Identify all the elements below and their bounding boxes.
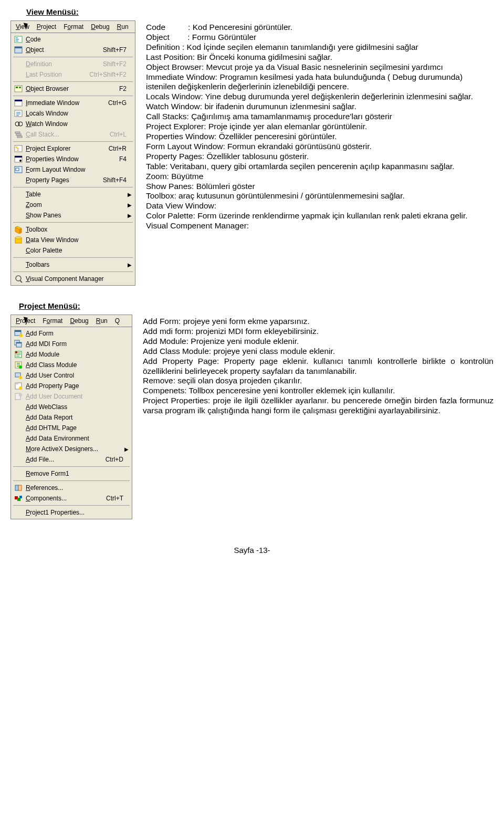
- menubar-run[interactable]: Run: [92, 316, 111, 326]
- view-item-last-position: Last PositionCtrl+Shift+F2: [12, 69, 134, 80]
- toolbox-icon: [13, 225, 24, 234]
- project-item-add-file[interactable]: Add File...Ctrl+D: [12, 454, 131, 465]
- view-menu: View Project Format Debug Run CodeObject…: [10, 20, 135, 286]
- menu-item-label: Add Form: [26, 330, 118, 337]
- blank-icon: [13, 423, 24, 433]
- menu-item-shortcut: Ctrl+R: [109, 145, 127, 152]
- menubar-debug[interactable]: Debug: [66, 316, 92, 326]
- project-item-remove-form1[interactable]: Remove Form1: [12, 468, 131, 479]
- blank-icon: [13, 190, 24, 199]
- project-item-add-user-control[interactable]: Add User Control: [12, 370, 131, 381]
- blank-icon: [13, 175, 24, 185]
- menu-item-label: Toolbars: [26, 261, 121, 268]
- blank-icon: [13, 70, 24, 79]
- menubar-format[interactable]: Format: [60, 22, 87, 32]
- project-item-add-class-module[interactable]: Add Class Module: [12, 360, 131, 370]
- view-item-object[interactable]: ObjectShift+F7: [12, 45, 134, 55]
- menu-item-shortcut: Shift+F7: [103, 46, 127, 54]
- view-item-call-stack: Call Stack...Ctrl+L: [12, 129, 134, 140]
- project-section-title: Project Menüsü:: [19, 301, 494, 310]
- menu-item-label: Add DHTML Page: [26, 424, 118, 432]
- menubar-format[interactable]: Format: [39, 316, 66, 326]
- project-item-add-data-report[interactable]: Add Data Report: [12, 412, 131, 423]
- layout-icon: [13, 165, 24, 174]
- menu-separator: [13, 81, 133, 82]
- submenu-arrow-icon: ▶: [127, 213, 132, 218]
- blank-icon: [13, 260, 24, 269]
- view-description: Code : Kod Penceresini görüntüler. Objec…: [146, 20, 494, 231]
- class-icon: [13, 360, 24, 370]
- view-item-form-layout-window[interactable]: Form Layout Window: [12, 164, 134, 175]
- menu-item-label: Code: [26, 36, 121, 43]
- view-item-show-panes[interactable]: Show Panes▶: [12, 210, 134, 221]
- menu-item-label: Add Data Environment: [26, 435, 118, 442]
- menu-item-shortcut: Ctrl+D: [106, 456, 123, 463]
- project-item-references[interactable]: References...: [12, 483, 131, 493]
- menu-separator: [13, 257, 133, 258]
- view-item-zoom[interactable]: Zoom▶: [12, 200, 134, 210]
- view-item-table[interactable]: Table▶: [12, 189, 134, 200]
- view-menubar: View Project Format Debug Run: [11, 21, 135, 33]
- menu-item-label: More ActiveX Designers...: [26, 445, 118, 453]
- view-item-data-view-window[interactable]: Data View Window: [12, 235, 134, 245]
- project-item-add-property-page[interactable]: Add Property Page: [12, 381, 131, 391]
- view-item-color-palette[interactable]: Color Palette: [12, 245, 134, 256]
- project-item-add-user-document: Add User Document: [12, 391, 131, 402]
- view-item-project-explorer[interactable]: Project ExplorerCtrl+R: [12, 143, 134, 154]
- menu-separator: [13, 187, 133, 187]
- view-item-immediate-window[interactable]: Immediate WindowCtrl+G: [12, 98, 134, 108]
- project-item-add-mdi-form[interactable]: Add MDI Form: [12, 339, 131, 349]
- menubar-q[interactable]: Q: [111, 316, 123, 326]
- menubar-run[interactable]: Run: [113, 22, 132, 32]
- udoc-icon: [13, 392, 24, 401]
- menu-item-label: References...: [26, 484, 118, 492]
- browser-icon: [13, 84, 24, 93]
- project-item-add-webclass[interactable]: Add WebClass: [12, 402, 131, 412]
- menu-item-shortcut: F2: [119, 85, 127, 92]
- menu-item-label: Properties Window: [26, 155, 114, 163]
- menu-item-shortcut: Shift+F4: [103, 176, 127, 184]
- menu-item-label: Call Stack...: [26, 131, 104, 138]
- view-item-watch-window[interactable]: Watch Window: [12, 119, 134, 129]
- view-item-code[interactable]: Code: [12, 34, 134, 45]
- blank-icon: [13, 508, 24, 517]
- view-item-visual-component-manager[interactable]: Visual Component Manager: [12, 274, 134, 284]
- submenu-arrow-icon: ▶: [127, 262, 132, 268]
- object-icon: [13, 45, 24, 55]
- ppage-icon: [13, 381, 24, 391]
- menubar-debug[interactable]: Debug: [87, 22, 113, 32]
- project-description: Add Form: projeye yeni form ekme yaparsı…: [143, 315, 494, 416]
- blank-icon: [13, 59, 24, 69]
- view-section-title: View Menüsü:: [26, 7, 494, 16]
- view-item-definition: DefinitionShift+F2: [12, 59, 134, 69]
- blank-icon: [13, 413, 24, 422]
- project-item-add-dhtml-page[interactable]: Add DHTML Page: [12, 423, 131, 433]
- view-item-object-browser[interactable]: Object BrowserF2: [12, 83, 134, 94]
- menu-item-label: Object Browser: [26, 85, 114, 92]
- view-item-toolbox[interactable]: Toolbox: [12, 224, 134, 235]
- view-item-locals-window[interactable]: Locals Window: [12, 108, 134, 119]
- view-item-property-pages[interactable]: Property PagesShift+F4: [12, 175, 134, 185]
- blank-icon: [13, 444, 24, 454]
- view-item-properties-window[interactable]: Properties WindowF4: [12, 154, 134, 164]
- menu-separator: [13, 480, 130, 481]
- menu-item-label: Add File...: [26, 456, 100, 463]
- menubar-project[interactable]: Project: [33, 22, 60, 32]
- menubar-project[interactable]: Project: [12, 316, 39, 326]
- menu-item-label: Add Module: [26, 351, 118, 358]
- menu-item-label: Immediate Window: [26, 99, 103, 107]
- menu-item-label: Remove Form1: [26, 470, 118, 477]
- code-icon: [13, 35, 24, 44]
- project-item-add-data-environment[interactable]: Add Data Environment: [12, 433, 131, 444]
- project-item-more-activex-designers[interactable]: More ActiveX Designers...▶: [12, 444, 131, 454]
- menu-item-label: Table: [26, 191, 121, 198]
- mdi-icon: [13, 339, 24, 349]
- menu-item-label: Add User Document: [26, 393, 118, 400]
- menubar-view[interactable]: View: [12, 22, 33, 32]
- view-item-toolbars[interactable]: Toolbars▶: [12, 259, 134, 270]
- project-item-add-module[interactable]: Add Module: [12, 349, 131, 360]
- project-item-add-form[interactable]: Add Form: [12, 328, 131, 339]
- project-item-project1-properties[interactable]: Project1 Properties...: [12, 507, 131, 518]
- menu-item-label: Add Class Module: [26, 361, 118, 369]
- project-item-components[interactable]: Components...Ctrl+T: [12, 493, 131, 504]
